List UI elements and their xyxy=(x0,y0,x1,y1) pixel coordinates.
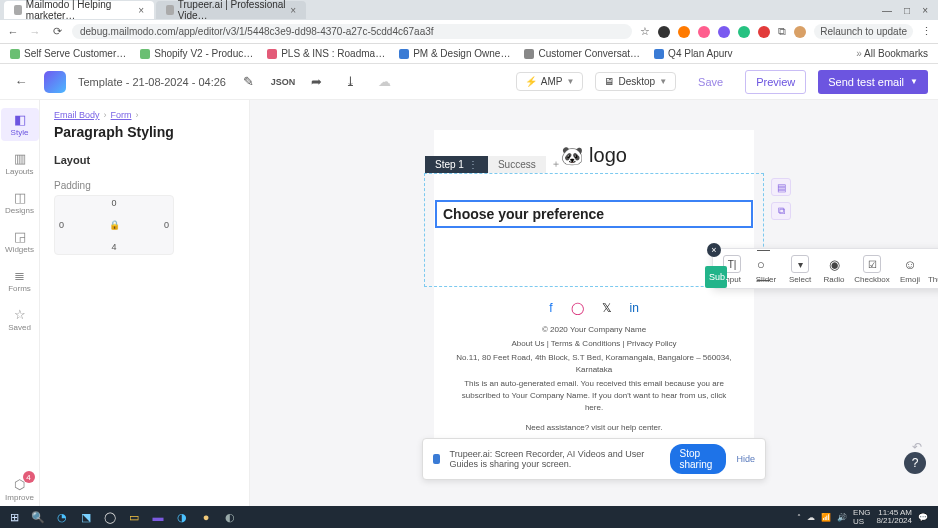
instagram-icon[interactable]: ◯ xyxy=(571,301,584,315)
facebook-icon[interactable]: f xyxy=(549,301,552,315)
component-checkbox[interactable]: ☑Checkbox xyxy=(851,253,893,286)
extension-icon[interactable] xyxy=(698,26,710,38)
extension-icon[interactable] xyxy=(758,26,770,38)
tray-lang[interactable]: ENGUS xyxy=(853,508,870,526)
save-button[interactable]: Save xyxy=(688,72,733,92)
tray-chevron-icon[interactable]: ˄ xyxy=(797,513,801,522)
add-step-button[interactable]: ＋ xyxy=(546,157,566,171)
rail-forms[interactable]: ≣Forms xyxy=(1,264,39,297)
tray-wifi-icon[interactable]: 📶 xyxy=(821,513,831,522)
tray-clock[interactable]: 11:45 AM8/21/2024 xyxy=(876,509,912,525)
task-search-icon[interactable]: 🔍 xyxy=(28,508,48,526)
rail-widgets[interactable]: ◲Widgets xyxy=(1,225,39,258)
chevron-right-icon: › xyxy=(104,110,107,120)
minimize-icon[interactable]: — xyxy=(882,5,892,16)
form-heading-field[interactable]: Choose your preference xyxy=(435,200,753,228)
send-test-button[interactable]: Send test email▼ xyxy=(818,70,928,94)
padding-left-input[interactable]: 0 xyxy=(59,220,64,230)
task-app[interactable]: ◐ xyxy=(220,508,240,526)
task-app[interactable]: ▭ xyxy=(124,508,144,526)
tray-cloud-icon[interactable]: ☁ xyxy=(807,513,815,522)
bookmark-item[interactable]: Customer Conversat… xyxy=(524,48,640,59)
viewport-selector[interactable]: 🖥Desktop▼ xyxy=(595,72,676,91)
relaunch-button[interactable]: Relaunch to update xyxy=(814,24,913,39)
padding-lock-icon[interactable]: 🔒 xyxy=(109,220,120,230)
padding-top-input[interactable]: 0 xyxy=(111,198,116,208)
kebab-icon[interactable]: ⋮ xyxy=(921,25,932,38)
task-app[interactable]: ● xyxy=(196,508,216,526)
extension-icon[interactable] xyxy=(738,26,750,38)
task-app[interactable]: ◑ xyxy=(172,508,192,526)
component-emoji[interactable]: ☺Emoji xyxy=(893,253,927,286)
bookmark-item[interactable]: Shopify V2 - Produc… xyxy=(140,48,253,59)
edit-name-icon[interactable]: ✎ xyxy=(238,71,260,93)
x-twitter-icon[interactable]: 𝕏 xyxy=(602,301,612,315)
app-logo[interactable] xyxy=(44,71,66,93)
submit-button-preview[interactable]: Sub… xyxy=(705,266,727,288)
component-thumbsup[interactable]: 👍Thumbs up xyxy=(927,253,938,286)
forward-icon[interactable]: → xyxy=(28,26,42,38)
viewport-label: Desktop xyxy=(618,76,655,87)
duplicate-pill-icon[interactable]: ⧉ xyxy=(771,202,791,220)
layout-pill-icon[interactable]: ▤ xyxy=(771,178,791,196)
stop-sharing-button[interactable]: Stop sharing xyxy=(670,444,727,474)
step-tab-active[interactable]: Step 1⋮ xyxy=(425,156,488,173)
task-app[interactable]: ⬔ xyxy=(76,508,96,526)
task-app[interactable]: ◯ xyxy=(100,508,120,526)
rail-layouts[interactable]: ▥Layouts xyxy=(1,147,39,180)
help-fab[interactable]: ? xyxy=(904,452,926,474)
component-slider[interactable]: —○—Slider xyxy=(749,253,783,286)
template-name[interactable]: Template - 21-08-2024 - 04:26 xyxy=(78,76,226,88)
extension-icon[interactable] xyxy=(718,26,730,38)
extensions-icon[interactable]: ⧉ xyxy=(778,25,786,38)
extension-icon[interactable] xyxy=(678,26,690,38)
task-app[interactable]: ▬ xyxy=(148,508,168,526)
preview-button[interactable]: Preview xyxy=(745,70,806,94)
reload-icon[interactable]: ⟳ xyxy=(50,25,64,38)
extension-icon[interactable] xyxy=(658,26,670,38)
tray-volume-icon[interactable]: 🔊 xyxy=(837,513,847,522)
start-button[interactable]: ⊞ xyxy=(4,508,24,526)
editor-canvas[interactable]: 🐼 logo Step 1⋮ Success ＋ ▤ ⧉ Choose your… xyxy=(250,100,938,506)
share-icon[interactable]: ➦ xyxy=(306,71,328,93)
hide-banner-link[interactable]: Hide xyxy=(736,454,755,464)
close-tab-icon[interactable]: × xyxy=(290,5,296,16)
url-input[interactable]: debug.mailmodo.com/app/editor/v3/1/5448c… xyxy=(72,24,632,39)
star-icon[interactable]: ☆ xyxy=(640,25,650,38)
tray-notifications-icon[interactable]: 💬 xyxy=(918,513,928,522)
task-app[interactable]: ◔ xyxy=(52,508,72,526)
all-bookmarks-link[interactable]: » All Bookmarks xyxy=(856,48,928,59)
padding-bottom-input[interactable]: 4 xyxy=(111,242,116,252)
rail-designs[interactable]: ◫Designs xyxy=(1,186,39,219)
browser-tab[interactable]: Trupeer.ai | Professional Vide… × xyxy=(156,1,306,19)
crumb-link[interactable]: Email Body xyxy=(54,110,100,120)
padding-control[interactable]: 0 0 4 0 🔒 xyxy=(54,195,174,255)
component-radio[interactable]: ◉Radio xyxy=(817,253,851,286)
rail-improve[interactable]: 4 ⬡ Improve xyxy=(1,473,39,506)
back-button[interactable]: ← xyxy=(10,71,32,93)
json-icon[interactable]: JSON xyxy=(272,71,294,93)
padding-right-input[interactable]: 0 xyxy=(164,220,169,230)
close-tab-icon[interactable]: × xyxy=(138,5,144,16)
bookmark-item[interactable]: Q4 Plan Apurv xyxy=(654,48,732,59)
linkedin-icon[interactable]: in xyxy=(630,301,639,315)
crumb-link[interactable]: Form xyxy=(111,110,132,120)
footer-links[interactable]: About Us | Terms & Conditions | Privacy … xyxy=(434,337,754,351)
download-icon[interactable]: ⤓ xyxy=(340,71,362,93)
amp-selector[interactable]: ⚡AMP▼ xyxy=(516,72,584,91)
bookmark-item[interactable]: Self Serve Customer… xyxy=(10,48,126,59)
profile-avatar[interactable] xyxy=(794,26,806,38)
step-kebab-icon[interactable]: ⋮ xyxy=(468,159,478,170)
screen-share-banner: Trupeer.ai: Screen Recorder, AI Videos a… xyxy=(422,438,766,480)
bookmark-item[interactable]: PM & Design Owne… xyxy=(399,48,510,59)
browser-tab-active[interactable]: Mailmodo | Helping marketer… × xyxy=(4,1,154,19)
bookmark-item[interactable]: PLS & INS : Roadma… xyxy=(267,48,385,59)
rail-style[interactable]: ◧Style xyxy=(1,108,39,141)
close-window-icon[interactable]: × xyxy=(922,5,928,16)
component-select[interactable]: ▾Select xyxy=(783,253,817,286)
back-icon[interactable]: ← xyxy=(6,26,20,38)
rail-saved[interactable]: ☆Saved xyxy=(1,303,39,336)
maximize-icon[interactable]: □ xyxy=(904,5,910,16)
step-tab-success[interactable]: Success xyxy=(488,156,546,173)
close-popup-icon[interactable]: × xyxy=(707,243,721,257)
